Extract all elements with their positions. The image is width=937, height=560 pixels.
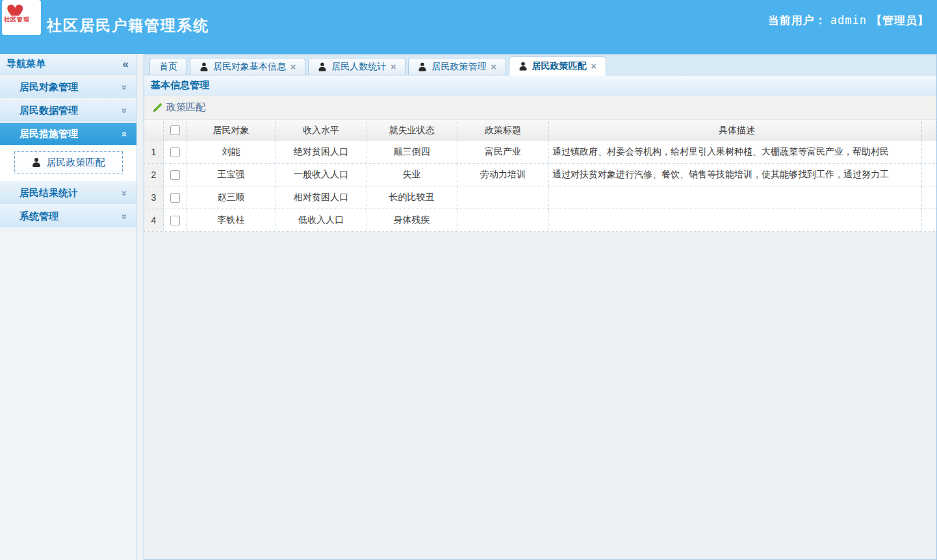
- cell-name: 王宝强: [186, 164, 276, 186]
- select-all-checkbox[interactable]: [170, 125, 180, 135]
- table-row[interactable]: 3 赵三顺 相对贫困人口 长的比较丑: [144, 186, 936, 209]
- user-role: 【管理员】: [871, 14, 929, 27]
- logo-text: 社区管理: [3, 16, 31, 24]
- sidebar-item-resident-measure-mgmt[interactable]: 居民措施管理 «: [0, 123, 136, 145]
- row-checkbox[interactable]: [170, 147, 180, 157]
- tab-bar: 首页 居民对象基本信息 × 居民人数统计 × 居民政策管理 × 居民政策匹配 ×: [144, 55, 936, 75]
- close-icon[interactable]: ×: [391, 62, 396, 71]
- tab-resident-count-stats[interactable]: 居民人数统计 ×: [308, 58, 405, 75]
- sidebar-collapse-icon[interactable]: «: [123, 58, 129, 71]
- submenu-resident-measure: 居民政策匹配: [0, 145, 136, 181]
- current-user-info: 当前用户：admin【管理员】: [768, 13, 929, 28]
- cell-policy: [457, 209, 549, 231]
- cell-policy: 富民产业: [457, 141, 549, 163]
- chevron-double-down-icon: »: [119, 84, 130, 90]
- column-header-income[interactable]: 收入水平: [276, 120, 366, 141]
- row-number-header: [144, 120, 164, 141]
- close-icon[interactable]: ×: [290, 62, 296, 71]
- chevron-double-down-icon: »: [119, 108, 130, 113]
- user-label: 当前用户：: [768, 14, 827, 27]
- app-logo: ♥ 社区管理: [2, 0, 41, 35]
- cell-employment: 身体残疾: [366, 209, 457, 231]
- pencil-icon: [153, 103, 162, 112]
- cell-name: 赵三顺: [186, 186, 276, 209]
- tab-resident-policy-match[interactable]: 居民政策匹配 ×: [509, 57, 606, 75]
- cell-description: 通过对扶贫对象进行汽修、餐饮、销售等技能培训，使其能够找到工作，通过努力工: [549, 164, 922, 186]
- sidebar-item-resident-object-mgmt[interactable]: 居民对象管理 »: [0, 76, 136, 98]
- close-icon[interactable]: ×: [491, 62, 496, 71]
- row-checkbox[interactable]: [170, 193, 180, 203]
- cell-employment: 失业: [366, 164, 457, 186]
- chevron-double-up-icon: «: [119, 131, 130, 136]
- person-icon: [418, 62, 427, 71]
- cell-employment: 长的比较丑: [366, 186, 457, 209]
- heart-icon: ♥: [6, 0, 25, 29]
- table-header-row: 居民对象 收入水平 就失业状态 政策标题 具体描述: [144, 120, 936, 141]
- table-row[interactable]: 1 刘能 绝对贫困人口 颠三倒四 富民产业 通过镇政府、村委会等机构，给村里引入…: [144, 141, 936, 164]
- person-icon: [519, 62, 527, 70]
- chevron-double-down-icon: »: [119, 190, 130, 196]
- app-header: ♥ 社区管理 社区居民户籍管理系统 当前用户：admin【管理员】: [0, 0, 937, 54]
- content-header: 基本信息管理: [144, 75, 936, 95]
- tab-resident-basic-info[interactable]: 居民对象基本信息 ×: [190, 58, 305, 75]
- table-row[interactable]: 4 李铁柱 低收入人口 身体残疾: [144, 209, 936, 232]
- column-header-filler: [922, 120, 936, 141]
- sidebar-item-policy-match[interactable]: 居民政策匹配: [14, 151, 123, 173]
- sidebar-item-resident-result-stats[interactable]: 居民结果统计 »: [0, 182, 136, 204]
- cell-income: 低收入人口: [276, 209, 366, 231]
- sidebar: 导航菜单 « 居民对象管理 » 居民数据管理 » 居民措施管理 « 居民政策匹配…: [0, 54, 137, 560]
- column-header-employment[interactable]: 就失业状态: [366, 120, 457, 141]
- sidebar-header: 导航菜单 «: [0, 54, 136, 75]
- person-icon: [199, 62, 208, 71]
- table-row[interactable]: 2 王宝强 一般收入人口 失业 劳动力培训 通过对扶贫对象进行汽修、餐饮、销售等…: [144, 164, 936, 186]
- cell-description: [549, 186, 922, 209]
- sidebar-item-resident-data-mgmt[interactable]: 居民数据管理 »: [0, 99, 136, 121]
- cell-policy: 劳动力培训: [457, 164, 549, 186]
- toolbar: 政策匹配: [144, 95, 936, 120]
- column-header-name[interactable]: 居民对象: [186, 120, 276, 141]
- cell-name: 李铁柱: [186, 209, 276, 231]
- select-all-cell: [164, 120, 186, 141]
- chevron-double-down-icon: »: [119, 214, 130, 219]
- resident-policy-table: 居民对象 收入水平 就失业状态 政策标题 具体描述 1 刘能 绝对贫困人口 颠三…: [144, 120, 936, 232]
- cell-income: 绝对贫困人口: [276, 141, 366, 163]
- policy-match-button[interactable]: 政策匹配: [150, 99, 211, 116]
- app-title: 社区居民户籍管理系统: [47, 16, 209, 36]
- page-title: 基本信息管理: [151, 79, 209, 92]
- tab-home[interactable]: 首页: [149, 58, 187, 75]
- user-name: admin: [827, 14, 871, 27]
- cell-name: 刘能: [186, 141, 276, 163]
- cell-policy: [457, 186, 549, 209]
- tab-resident-policy-mgmt[interactable]: 居民政策管理 ×: [408, 58, 506, 75]
- main-panel: 首页 居民对象基本信息 × 居民人数统计 × 居民政策管理 × 居民政策匹配 ×…: [144, 54, 937, 560]
- cell-employment: 颠三倒四: [366, 141, 457, 163]
- cell-income: 一般收入人口: [276, 164, 366, 186]
- cell-description: 通过镇政府、村委会等机构，给村里引入果树种植、大棚蔬菜等富民产业，帮助村民: [549, 141, 922, 163]
- row-checkbox[interactable]: [170, 216, 180, 225]
- person-icon: [32, 158, 41, 167]
- cell-description: [549, 209, 922, 231]
- close-icon[interactable]: ×: [591, 62, 597, 71]
- sidebar-title: 导航菜单: [6, 58, 45, 70]
- column-header-policy[interactable]: 政策标题: [457, 120, 549, 141]
- cell-income: 相对贫困人口: [276, 186, 366, 209]
- person-icon: [318, 62, 327, 71]
- column-header-description[interactable]: 具体描述: [549, 120, 922, 141]
- sidebar-item-system-mgmt[interactable]: 系统管理 »: [0, 205, 136, 227]
- row-checkbox[interactable]: [170, 170, 180, 180]
